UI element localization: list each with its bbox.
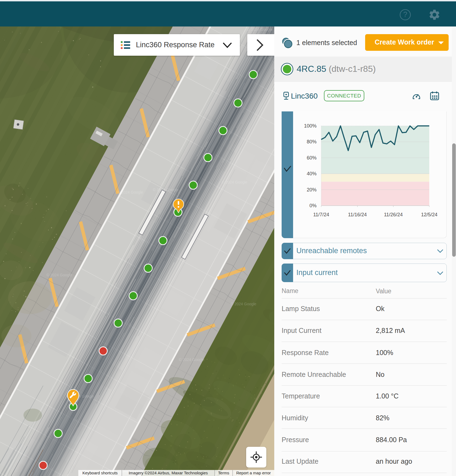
svg-text:20%: 20%: [307, 187, 317, 193]
svg-text:© 2024 Google: © 2024 Google: [46, 273, 72, 277]
svg-text:0%: 0%: [309, 203, 317, 208]
svg-text:60%: 60%: [307, 155, 317, 161]
svg-text:80%: 80%: [307, 139, 317, 144]
svg-text:© 2024 Google: © 2024 Google: [117, 190, 143, 194]
svg-text:© 2024 Google: © 2024 Google: [153, 188, 179, 192]
svg-text:12/5/24: 12/5/24: [421, 212, 437, 217]
svg-text:© 2024 Google: © 2024 Google: [222, 180, 248, 184]
svg-text:© 2024 Google: © 2024 Google: [247, 27, 273, 32]
svg-text:11/7/24: 11/7/24: [313, 212, 329, 217]
svg-text:100%: 100%: [304, 123, 317, 129]
svg-text:40%: 40%: [307, 171, 317, 176]
svg-text:?: ?: [403, 10, 407, 19]
svg-text:© 2024 Google: © 2024 Google: [179, 357, 205, 362]
svg-text:11/16/24: 11/16/24: [348, 212, 367, 217]
svg-text:© 2024 Google: © 2024 Google: [231, 302, 257, 306]
svg-text:11/26/24: 11/26/24: [384, 212, 403, 217]
